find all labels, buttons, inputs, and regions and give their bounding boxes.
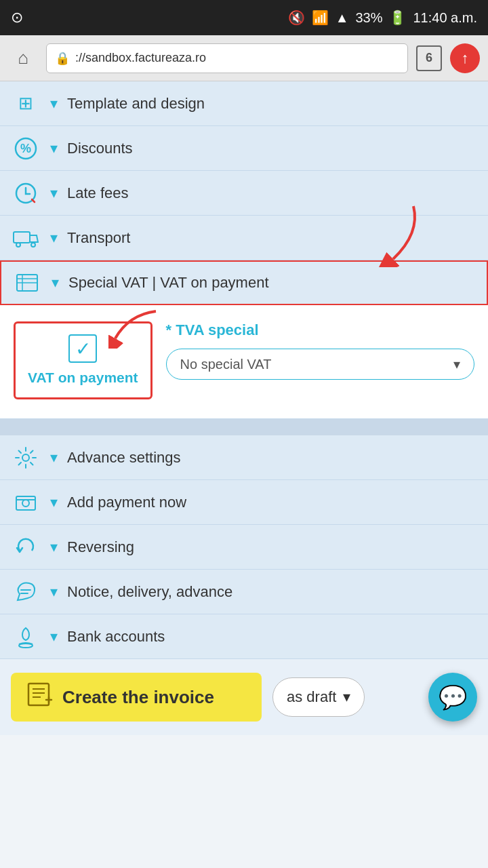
- template-label: Template and design: [67, 95, 205, 113]
- url-text: ://sandbox.factureaza.ro: [75, 51, 206, 65]
- menu-item-template[interactable]: ⊞ ▾ Template and design: [0, 81, 488, 126]
- browser-bar: ⌂ 🔒 ://sandbox.factureaza.ro 6 ↑: [0, 35, 488, 81]
- draft-chevron-icon: ▾: [343, 688, 350, 706]
- sim-icon: ⊙: [11, 9, 23, 26]
- battery-text: 33%: [355, 10, 382, 26]
- chevron-reversing: ▾: [50, 538, 58, 556]
- vat-payment-wrapper: ✓ VAT on payment: [14, 321, 152, 399]
- reversing-icon: [11, 532, 41, 562]
- bank-icon: [11, 622, 41, 652]
- advance-icon: [11, 443, 41, 473]
- invoice-icon: [27, 682, 54, 712]
- wifi-icon: 📶: [312, 9, 329, 26]
- tva-chevron-icon: ▾: [453, 356, 460, 372]
- main-content: ⊞ ▾ Template and design % ▾ Discounts ▾ …: [0, 81, 488, 735]
- menu-item-notice[interactable]: ▾ Notice, delivery, advance: [0, 570, 488, 614]
- reversing-label: Reversing: [67, 538, 134, 556]
- discounts-label: Discounts: [67, 140, 133, 157]
- payment-label: Add payment now: [67, 494, 186, 511]
- svg-point-5: [31, 243, 35, 247]
- chevron-payment: ▾: [50, 494, 58, 511]
- create-invoice-label: Create the invoice: [62, 687, 214, 708]
- specialvat-label: Special VAT | VAT on payment: [68, 274, 269, 292]
- vat-payment-label: VAT on payment: [28, 368, 138, 387]
- latefees-icon: [11, 178, 41, 208]
- status-right: 🔇 📶 ▲ 33% 🔋 11:40 a.m.: [288, 9, 477, 26]
- inner-arrow: [108, 308, 163, 351]
- specialvat-icon: [12, 268, 42, 298]
- chevron-notice: ▾: [50, 583, 58, 601]
- vat-content: ✓ VAT on payment * TVA special No specia…: [14, 321, 474, 399]
- tva-select-value: No special VAT: [180, 357, 272, 372]
- chat-fab-button[interactable]: 💬: [428, 673, 477, 722]
- tva-select[interactable]: No special VAT ▾: [166, 349, 474, 380]
- transport-label: Transport: [67, 229, 130, 247]
- payment-icon: [11, 488, 41, 517]
- tva-label: * TVA special: [166, 321, 474, 339]
- svg-rect-16: [28, 684, 49, 705]
- draft-label: as draft: [287, 688, 336, 706]
- status-left: ⊙: [11, 9, 23, 26]
- svg-rect-13: [16, 496, 35, 510]
- draft-select[interactable]: as draft ▾: [272, 677, 365, 717]
- latefees-label: Late fees: [67, 184, 129, 202]
- advance-label: Advance settings: [67, 449, 181, 467]
- template-icon: ⊞: [11, 89, 41, 119]
- chevron-discounts: ▾: [50, 140, 58, 157]
- svg-rect-3: [14, 232, 30, 243]
- transport-icon: [11, 223, 41, 253]
- discounts-icon: %: [11, 134, 41, 163]
- action-bar: Create the invoice as draft ▾ 💬: [0, 659, 488, 735]
- svg-point-15: [19, 644, 33, 648]
- svg-point-4: [16, 243, 20, 247]
- chevron-bank: ▾: [50, 628, 58, 646]
- notice-icon: [11, 577, 41, 607]
- chat-icon: 💬: [439, 684, 467, 711]
- chevron-specialvat: ▾: [52, 274, 59, 292]
- time: 11:40 a.m.: [413, 10, 477, 26]
- tab-count-badge[interactable]: 6: [416, 45, 442, 71]
- signal-icon: ▲: [336, 10, 349, 26]
- url-bar[interactable]: 🔒 ://sandbox.factureaza.ro: [46, 43, 408, 73]
- status-bar: ⊙ 🔇 📶 ▲ 33% 🔋 11:40 a.m.: [0, 0, 488, 35]
- create-invoice-button[interactable]: Create the invoice: [11, 673, 262, 722]
- menu-item-discounts[interactable]: % ▾ Discounts: [0, 126, 488, 171]
- mute-icon: 🔇: [288, 9, 305, 26]
- chevron-advance: ▾: [50, 449, 58, 467]
- menu-item-payment[interactable]: ▾ Add payment now: [0, 480, 488, 525]
- expanded-vat-section: ✓ VAT on payment * TVA special No specia…: [0, 305, 488, 419]
- bank-label: Bank accounts: [67, 628, 165, 646]
- tva-section: * TVA special No special VAT ▾: [166, 321, 474, 380]
- home-button[interactable]: ⌂: [8, 43, 38, 73]
- battery-icon: 🔋: [389, 9, 406, 26]
- svg-text:%: %: [20, 142, 31, 155]
- menu-item-advance[interactable]: ▾ Advance settings: [0, 435, 488, 480]
- chevron-transport: ▾: [50, 229, 58, 247]
- lock-icon: 🔒: [55, 51, 70, 66]
- menu-item-bank[interactable]: ▾ Bank accounts: [0, 614, 488, 659]
- upload-button[interactable]: ↑: [450, 43, 480, 73]
- vat-payment-checkbox[interactable]: ✓: [68, 334, 97, 363]
- section-gap: [0, 419, 488, 435]
- menu-item-reversing[interactable]: ▾ Reversing: [0, 525, 488, 570]
- svg-point-12: [22, 454, 29, 461]
- chevron-template: ▾: [50, 95, 58, 113]
- notice-label: Notice, delivery, advance: [67, 583, 232, 601]
- chevron-latefees: ▾: [50, 184, 58, 202]
- svg-point-14: [22, 500, 29, 507]
